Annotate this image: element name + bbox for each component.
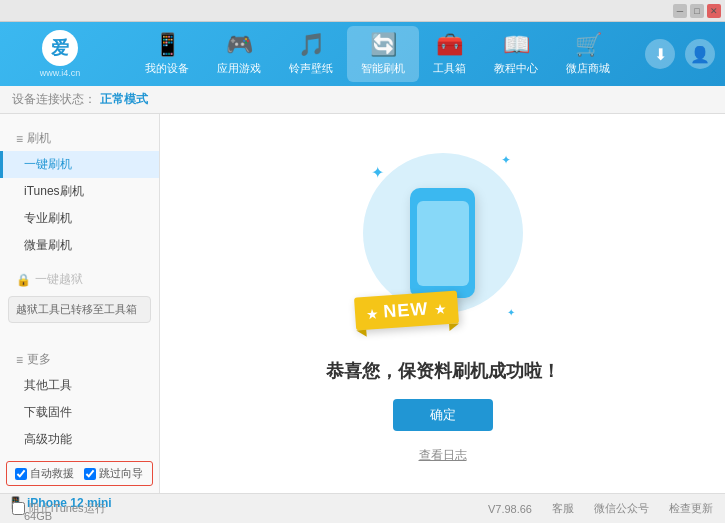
sparkle-tl: ✦ [371, 163, 384, 182]
content-area: ✦ ✦ ✦ ★ NEW ★ 恭喜您，保资料刷机成功啦！ 确定 查看日志 [160, 114, 725, 493]
shop-icon: 🛒 [575, 32, 602, 58]
sidebar-item-pro-flash[interactable]: 专业刷机 [0, 205, 159, 232]
status-value: 正常模式 [100, 91, 148, 108]
new-badge-star-right: ★ [433, 302, 446, 317]
more-section-title: ≡ 更多 [0, 347, 159, 372]
logo-url: www.i4.cn [40, 68, 81, 78]
title-bar: ─ □ ✕ [0, 0, 725, 22]
user-button[interactable]: 👤 [685, 39, 715, 69]
jailbreak-section-label: 一键越狱 [35, 271, 83, 288]
lock-icon: 🔒 [16, 273, 31, 287]
jailbreak-section: 🔒 一键越狱 越狱工具已转移至工具箱 [0, 263, 159, 331]
app-icon: 🎮 [226, 32, 253, 58]
nav-items: 📱 我的设备 🎮 应用游戏 🎵 铃声壁纸 🔄 智能刷机 🧰 工具箱 📖 教程中心… [110, 26, 645, 82]
main: ≡ 刷机 一键刷机 iTunes刷机 专业刷机 微量刷机 🔒 一键越狱 越狱工具… [0, 114, 725, 493]
confirm-button[interactable]: 确定 [393, 399, 493, 431]
flash-icon: 🔄 [370, 32, 397, 58]
download-button[interactable]: ⬇ [645, 39, 675, 69]
badge-tail-left [356, 330, 366, 338]
sparkle-tr: ✦ [501, 153, 511, 167]
logo-icon: 爱 [42, 30, 78, 66]
check-update-link[interactable]: 检查更新 [669, 501, 713, 516]
sidebar-item-one-click-flash[interactable]: 一键刷机 [0, 151, 159, 178]
skip-wizard-label: 跳过向导 [99, 466, 143, 481]
sidebar-item-itunes-flash[interactable]: iTunes刷机 [0, 178, 159, 205]
device-icon: 📱 [154, 32, 181, 58]
new-badge-star-left: ★ [366, 307, 383, 322]
phone-screen [417, 201, 469, 286]
flash-section-icon: ≡ [16, 132, 23, 146]
more-section: ≡ 更多 其他工具 下载固件 高级功能 [0, 343, 159, 457]
sidebar-item-other-tools[interactable]: 其他工具 [0, 372, 159, 399]
phone-body [410, 188, 475, 298]
success-card: ✦ ✦ ✦ ★ NEW ★ 恭喜您，保资料刷机成功啦！ 确定 查看日志 [326, 143, 560, 464]
nav-item-ringtone[interactable]: 🎵 铃声壁纸 [275, 32, 347, 76]
version-text: V7.98.66 [488, 503, 532, 515]
nav-item-smart-flash[interactable]: 🔄 智能刷机 [347, 26, 419, 82]
nav-label-my-device: 我的设备 [145, 61, 189, 76]
auto-save-checkbox-label[interactable]: 自动救援 [15, 466, 74, 481]
status-label: 设备连接状态： [12, 91, 96, 108]
review-log-link[interactable]: 查看日志 [419, 447, 467, 464]
minimize-button[interactable]: ─ [673, 4, 687, 18]
close-button[interactable]: ✕ [707, 4, 721, 18]
jailbreak-notice: 越狱工具已转移至工具箱 [8, 296, 151, 323]
nav-right: ⬇ 👤 [645, 39, 715, 69]
nav-item-my-device[interactable]: 📱 我的设备 [131, 32, 203, 76]
new-badge: ★ NEW ★ [353, 290, 458, 330]
tutorial-icon: 📖 [503, 32, 530, 58]
jailbreak-section-title: 🔒 一键越狱 [0, 267, 159, 292]
badge-tail-right [449, 323, 459, 331]
flash-section-label: 刷机 [27, 130, 51, 147]
stop-itunes-text: 阻止iTunes运行 [29, 501, 106, 516]
nav-label-weidian: 微店商城 [566, 61, 610, 76]
maximize-button[interactable]: □ [690, 4, 704, 18]
status-bar: 设备连接状态： 正常模式 [0, 86, 725, 114]
nav-label-app-games: 应用游戏 [217, 61, 261, 76]
stop-itunes-label[interactable]: 阻止iTunes运行 [12, 501, 488, 516]
sidebar-item-micro-flash[interactable]: 微量刷机 [0, 232, 159, 259]
phone-illustration: ✦ ✦ ✦ ★ NEW ★ [353, 143, 533, 343]
skip-wizard-checkbox[interactable] [84, 468, 96, 480]
success-text: 恭喜您，保资料刷机成功啦！ [326, 359, 560, 383]
nav-item-app-games[interactable]: 🎮 应用游戏 [203, 32, 275, 76]
nav-item-toolbox[interactable]: 🧰 工具箱 [419, 32, 480, 76]
header: 爱 www.i4.cn 📱 我的设备 🎮 应用游戏 🎵 铃声壁纸 🔄 智能刷机 … [0, 22, 725, 86]
logo-area: 爱 www.i4.cn [10, 30, 110, 78]
auto-save-checkbox[interactable] [15, 468, 27, 480]
sparkle-br: ✦ [507, 307, 515, 318]
nav-label-toolbox: 工具箱 [433, 61, 466, 76]
more-section-label: 更多 [27, 351, 51, 368]
nav-label-smart-flash: 智能刷机 [361, 61, 405, 76]
bottom-options-box: 自动救援 跳过向导 [6, 461, 153, 486]
flash-section-title: ≡ 刷机 [0, 126, 159, 151]
skip-wizard-checkbox-label[interactable]: 跳过向导 [84, 466, 143, 481]
stop-itunes-checkbox[interactable] [12, 502, 25, 515]
checkbox-row: 自动救援 跳过向导 [7, 462, 152, 485]
sidebar-item-advanced[interactable]: 高级功能 [0, 426, 159, 453]
new-badge-text: NEW [382, 299, 428, 322]
nav-item-tutorial[interactable]: 📖 教程中心 [480, 32, 552, 76]
flash-section: ≡ 刷机 一键刷机 iTunes刷机 专业刷机 微量刷机 [0, 122, 159, 263]
more-section-icon: ≡ [16, 353, 23, 367]
footer-right: V7.98.66 客服 微信公众号 检查更新 [488, 501, 713, 516]
auto-save-label: 自动救援 [30, 466, 74, 481]
ringtone-icon: 🎵 [298, 32, 325, 58]
footer-left: 阻止iTunes运行 [12, 501, 488, 516]
sidebar: ≡ 刷机 一键刷机 iTunes刷机 专业刷机 微量刷机 🔒 一键越狱 越狱工具… [0, 114, 160, 493]
toolbox-icon: 🧰 [436, 32, 463, 58]
wechat-link[interactable]: 微信公众号 [594, 501, 649, 516]
service-link[interactable]: 客服 [552, 501, 574, 516]
nav-item-weidian[interactable]: 🛒 微店商城 [552, 32, 624, 76]
nav-label-tutorial: 教程中心 [494, 61, 538, 76]
sidebar-item-download-firmware[interactable]: 下载固件 [0, 399, 159, 426]
nav-label-ringtone: 铃声壁纸 [289, 61, 333, 76]
